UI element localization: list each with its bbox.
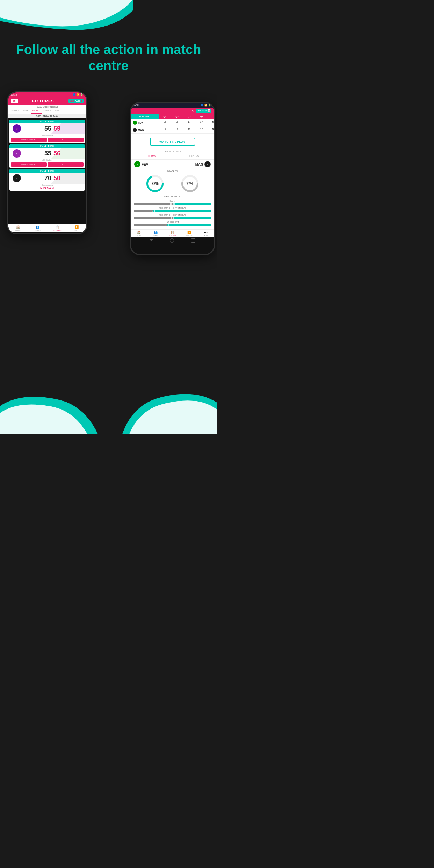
recents-button-left (64, 233, 68, 234)
match-card-3: FULL TIME C 70 50 (9, 169, 85, 191)
venue-1: Hisense Arena (9, 134, 85, 137)
fev-score-row: FEV 15 19 17 17 68 (131, 119, 214, 126)
mag-total: 57 (208, 126, 215, 133)
fev-goal-pct: 92% (152, 182, 159, 186)
right-status-time: 12:13 (133, 104, 140, 107)
rebound-def-right-bar: 3 (173, 217, 211, 219)
right-status-bar: 12:13 🔵📶🔋 (131, 103, 214, 108)
mag-goal-pct: 77% (186, 182, 193, 186)
left-screen: 2019 Super Netball Round 1 Round 2 Round… (8, 105, 86, 232)
mag-q1: 14 (159, 126, 171, 133)
intercept-left-bar: 6 (134, 224, 167, 226)
nav-more-right[interactable]: ••• MORE (197, 231, 214, 236)
intercept-bars: 6 8 (134, 224, 211, 226)
right-bottom-nav: 🏠 HOME 👥 TEAMS 📋 FIXTURES ▶️ REPLAYS •••… (131, 229, 214, 237)
away-score-3: 50 (53, 175, 60, 182)
nav-replays-right[interactable]: ▶️ REPLAYS (181, 231, 197, 236)
gain-label: GAIN (134, 200, 211, 202)
rebound-def-left-bar: 3 (134, 217, 173, 219)
teams-logos-row: F FEV MAG M (131, 160, 214, 169)
watch-replay-btn-2[interactable]: WATCH REPLAY (11, 162, 47, 167)
round-tab-2[interactable]: Round 2 (20, 109, 31, 114)
recents-button-right (191, 238, 195, 243)
nav-teams-right[interactable]: 👥 TEAMS (147, 231, 164, 236)
left-status-bar: 12:13 🔵📶🔋 (8, 92, 86, 97)
players-tab[interactable]: PLAYERS (173, 153, 215, 159)
fev-q2: 19 (171, 119, 183, 126)
mag-q4: 12 (195, 126, 208, 133)
round-tab-4[interactable]: Round 4 (42, 109, 52, 114)
away-score-1: 59 (53, 125, 60, 132)
headline-section: Follow all the action in match centre (0, 0, 217, 88)
watch-replay-section: WATCH REPLAY (131, 134, 214, 149)
sponsor-row: NISSAN (9, 187, 85, 191)
team-stats-section: TEAM STATS TEAMS PLAYERS F FEV MAG M GOA… (131, 149, 214, 229)
fev-team-name: FEV (138, 122, 143, 124)
q2-header: Q2 (171, 114, 183, 119)
full-time-header: FULL TIME (131, 114, 159, 119)
mag-q3: 19 (183, 126, 195, 133)
rebound-off-left-bar: 1 (134, 210, 153, 212)
stats-section: GAIN 13 13 REBOUND - OFFENSIVE 1 (131, 199, 214, 229)
goal-pct-label: GOAL % (131, 169, 214, 173)
fev-donut: 92% (145, 174, 165, 193)
home-team-logo-1: ⚡ (12, 124, 22, 133)
nav-replays-left[interactable]: ▶️ RE... (67, 225, 86, 231)
nissan-logo: NISSAN (40, 187, 54, 190)
fev-q3: 17 (183, 119, 195, 126)
nav-teams-left[interactable]: 👥 TEAMS (28, 225, 47, 231)
left-bottom-nav: 🏠 HOME 👥 TEAMS 📋 FIXTURES ▶️ RE... (8, 224, 86, 232)
full-time-badge-2: FULL TIME (9, 144, 85, 148)
mag-team-name: MAG (138, 129, 144, 131)
mag-donut: 77% (180, 174, 200, 193)
donut-row: 92% 77% (131, 173, 214, 195)
rebound-off-right-bar: 3 (153, 210, 211, 212)
headline-text: Follow all the action in match centre (14, 42, 203, 74)
full-time-badge-3: FULL TIME (9, 169, 85, 173)
nav-home-left[interactable]: 🏠 HOME (8, 225, 28, 231)
watch-replay-btn-1[interactable]: WATCH REPLAY (11, 138, 47, 142)
venue-3: Hisense Arena (9, 184, 85, 187)
q1-header: Q1 (159, 114, 171, 119)
score-table: FULL TIME Q1 Q2 Q3 Q4 T FEV 15 19 17 17 … (131, 114, 214, 134)
away-score-2: 56 (53, 150, 60, 157)
left-header-title: FIXTURES (32, 99, 54, 103)
match-date: SATURDAY 12 MAY (8, 114, 86, 118)
fev-q4: 17 (195, 119, 208, 126)
nav-fixtures-left[interactable]: 📋 FIXTURES (47, 225, 67, 231)
live-pass-badge-right: LIVE PASS ▮ (196, 109, 211, 113)
rebound-def-bars: 3 3 (134, 217, 211, 219)
net-points-label: NET POINTS (131, 195, 214, 199)
fev-q1: 15 (159, 119, 171, 126)
round-tabs: Round 1 Round 2 Round 3 Round 4 Roun... (8, 109, 86, 114)
home-score-1: 55 (44, 125, 51, 132)
home-team-logo-3: C (12, 174, 22, 182)
home-team-logo-2: L (12, 149, 22, 158)
round-tab-3[interactable]: Round 3 (31, 109, 42, 114)
team-stats-label: TEAM STATS (131, 149, 214, 153)
nav-fixtures-right[interactable]: 📋 FIXTURES (164, 231, 181, 236)
full-time-badge-1: FULL TIME (9, 120, 85, 123)
match-buttons-2: WATCH REPLAY MATC... (9, 162, 85, 168)
rebound-def-label: REBOUND - DEFENSIVE (134, 214, 211, 216)
stat-tabs: TEAMS PLAYERS (131, 153, 214, 160)
left-team-name: FEV (142, 162, 148, 166)
match-buttons-1: WATCH REPLAY MATC... (9, 137, 85, 143)
round-tab-5[interactable]: Roun... (52, 109, 62, 114)
left-app-header: SN FIXTURES LIVE PASS ▮ (8, 97, 86, 105)
right-phone-nav-bar (131, 237, 214, 244)
watch-replay-button[interactable]: WATCH REPLAY (150, 138, 195, 146)
round-tab-1[interactable]: Round 1 (9, 109, 20, 114)
left-phone-nav-bar (8, 232, 86, 234)
teams-tab[interactable]: TEAMS (131, 153, 173, 159)
match-centre-btn-2[interactable]: MATC... (48, 162, 84, 167)
match-card-2: FULL TIME L 55 56 (9, 144, 85, 168)
gain-left-bar: 13 (134, 203, 173, 205)
rebound-off-label: REBOUND - OFFENSIVE (134, 207, 211, 209)
match-centre-btn-1[interactable]: MATC... (48, 138, 84, 142)
home-button-left (45, 233, 49, 234)
nav-home-right[interactable]: 🏠 HOME (131, 231, 147, 236)
back-button-right (150, 239, 153, 241)
intercept-right-bar: 8 (167, 224, 211, 226)
mag-score-row: MAG 14 12 19 12 57 (131, 126, 214, 134)
